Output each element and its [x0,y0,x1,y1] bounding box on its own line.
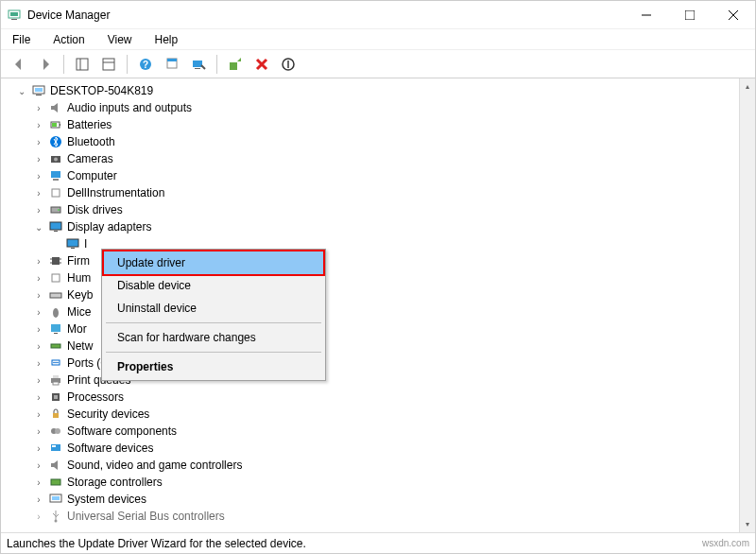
svg-rect-17 [230,62,237,70]
action-button[interactable] [162,54,182,75]
chevron-right-icon[interactable]: › [33,188,44,199]
scroll-down-button[interactable]: ▾ [740,516,755,532]
ctx-separator [106,352,321,353]
tree-node-batteries[interactable]: ›Batteries [7,116,739,133]
svg-rect-9 [103,59,114,70]
node-label: Hum [67,271,91,285]
node-label: Universal Serial Bus controllers [67,510,225,523]
uninstall-button[interactable] [251,54,272,75]
chevron-right-icon[interactable]: › [33,443,44,454]
chevron-right-icon[interactable]: › [33,137,44,147]
node-label: I [84,237,87,251]
tree-node-cameras[interactable]: ›Cameras [7,150,739,167]
svg-point-49 [53,362,55,364]
chevron-right-icon[interactable]: › [33,511,44,522]
node-label: Sound, video and game controllers [67,459,242,472]
update-driver-button[interactable] [225,54,246,75]
chevron-right-icon[interactable]: › [33,307,44,318]
menu-file[interactable]: File [9,31,34,48]
tree-node-processors[interactable]: ›Processors [7,389,739,406]
display-icon [65,236,80,251]
chevron-down-icon[interactable]: ⌄ [16,86,27,96]
tree-node-sound[interactable]: ›Sound, video and game controllers [7,457,739,474]
svg-rect-56 [54,395,58,399]
chevron-right-icon[interactable]: › [33,460,44,471]
tree-node-softcomp[interactable]: ›Software components [7,423,739,440]
ctx-update-driver[interactable]: Update driver [102,250,325,276]
show-hide-tree-button[interactable] [72,54,93,75]
chevron-right-icon[interactable]: › [33,324,44,335]
tree-node-usb[interactable]: ›Universal Serial Bus controllers [7,508,739,525]
chevron-right-icon[interactable]: › [33,409,44,420]
content-area: ⌄ DESKTOP-504K819 ›Audio inputs and outp… [1,78,755,532]
tree-node-audio[interactable]: ›Audio inputs and outputs [7,99,739,116]
svg-rect-28 [51,171,60,178]
chevron-right-icon[interactable]: › [33,494,44,505]
speaker-icon [48,458,63,473]
chevron-down-icon[interactable]: ⌄ [33,222,44,233]
tree-node-display[interactable]: ⌄Display adapters [7,218,739,235]
tree-root[interactable]: ⌄ DESKTOP-504K819 [7,82,739,99]
chevron-right-icon[interactable]: › [33,358,44,369]
close-button[interactable] [712,1,755,28]
camera-icon [48,151,63,166]
node-label: System devices [67,493,146,506]
computer-icon [31,83,46,98]
ctx-uninstall-device[interactable]: Uninstall device [104,297,323,320]
chevron-right-icon[interactable]: › [33,273,44,284]
svg-rect-15 [193,61,202,67]
tree-node-security[interactable]: ›Security devices [7,406,739,423]
bluetooth-icon [48,134,63,149]
chip-icon [48,253,63,268]
menu-action[interactable]: Action [49,31,88,48]
node-label: Netw [67,339,93,353]
svg-rect-14 [167,59,177,61]
menu-help[interactable]: Help [151,31,182,48]
chevron-right-icon[interactable]: › [33,341,44,352]
chevron-right-icon[interactable]: › [33,205,44,216]
chevron-right-icon[interactable]: › [33,426,44,437]
back-button[interactable] [9,54,29,75]
properties-button[interactable] [98,54,119,75]
tree-node-dellinstr[interactable]: ›DellInstrumentation [7,184,739,201]
software-icon [48,441,63,456]
ctx-properties[interactable]: Properties [104,355,323,378]
svg-rect-7 [77,59,88,70]
scan-hardware-button[interactable] [188,54,209,75]
chevron-right-icon[interactable]: › [33,103,44,113]
node-label: Display adapters [67,220,151,234]
tree-node-disk[interactable]: ›Disk drives [7,201,739,218]
chevron-right-icon[interactable]: › [33,392,44,403]
device-tree[interactable]: ⌄ DESKTOP-504K819 ›Audio inputs and outp… [1,78,739,532]
menu-view[interactable]: View [104,31,136,48]
scroll-up-button[interactable]: ▴ [740,78,755,95]
maximize-button[interactable] [668,1,712,28]
disable-button[interactable] [278,54,299,75]
ctx-scan-hardware[interactable]: Scan for hardware changes [104,326,323,349]
help-button[interactable]: ? [135,54,156,75]
svg-rect-64 [52,496,60,500]
chevron-right-icon[interactable]: › [33,120,44,130]
chevron-right-icon[interactable]: › [33,256,44,267]
chevron-right-icon[interactable]: › [33,154,44,164]
chevron-right-icon[interactable]: › [33,477,44,488]
tree-node-bluetooth[interactable]: ›Bluetooth [7,133,739,150]
node-label: Cameras [67,152,113,165]
tree-node-system[interactable]: ›System devices [7,491,739,508]
chevron-right-icon[interactable]: › [33,290,44,301]
forward-button[interactable] [35,54,56,75]
device-manager-window: Device Manager File Action View Help ? ⌄ [0,0,756,554]
tree-node-softdev[interactable]: ›Software devices [7,440,739,457]
disk-icon [48,202,63,217]
chevron-right-icon[interactable]: › [33,171,44,182]
tree-node-storage[interactable]: ›Storage controllers [7,474,739,491]
vertical-scrollbar[interactable]: ▴ ▾ [739,78,755,532]
ctx-disable-device[interactable]: Disable device [104,274,323,297]
svg-rect-43 [50,293,61,298]
tree-node-computer[interactable]: ›Computer [7,167,739,184]
node-label: Software devices [67,441,153,455]
node-label: Bluetooth [67,135,115,148]
toolbar-separator [216,55,217,74]
minimize-button[interactable] [625,1,668,28]
chevron-right-icon[interactable]: › [33,375,44,386]
